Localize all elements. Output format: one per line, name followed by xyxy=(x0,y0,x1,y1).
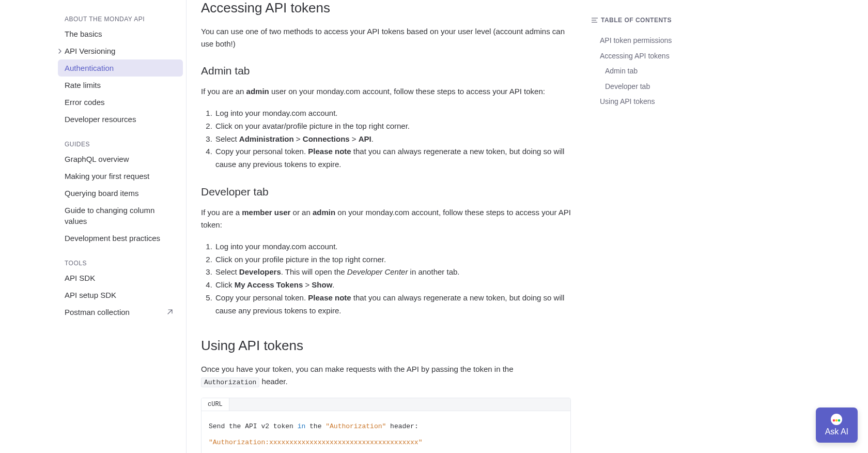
list-item: Select Developers. This will open the De… xyxy=(214,266,571,279)
list-item: Click My Access Tokens > Show. xyxy=(214,279,571,292)
toc-link-accessing-api-tokens[interactable]: Accessing API tokens xyxy=(592,49,778,64)
heading-admin-tab: Admin tab xyxy=(201,65,571,77)
list-item: Click on your profile picture in the top… xyxy=(214,253,571,266)
text-bold: Please note xyxy=(308,293,351,302)
text-bold: Show xyxy=(312,280,332,289)
text-italic: Developer Center xyxy=(347,267,408,276)
heading-using-api-tokens: Using API tokens xyxy=(201,338,571,354)
sidebar-item-api-sdk[interactable]: API SDK xyxy=(58,269,183,286)
sidebar-item-label: Developer resources xyxy=(65,114,136,125)
admin-steps-list: Log into your monday.com account. Click … xyxy=(201,107,571,171)
text: > xyxy=(294,134,303,143)
sidebar-item-error-codes[interactable]: Error codes xyxy=(58,94,183,111)
text-bold: admin xyxy=(313,208,335,217)
sidebar-item-label: API Versioning xyxy=(65,46,115,56)
sidebar-item-label: The basics xyxy=(65,28,102,39)
text-bold: member user xyxy=(242,208,290,217)
code-tabs: cURL xyxy=(202,398,570,411)
sidebar-item-the-basics[interactable]: The basics xyxy=(58,25,183,42)
sidebar-item-querying-board-items[interactable]: Querying board items xyxy=(58,185,183,202)
sidebar-item-postman-collection[interactable]: Postman collection xyxy=(58,304,183,321)
using-paragraph: Once you have your token, you can make r… xyxy=(201,363,571,388)
svg-point-5 xyxy=(838,419,841,422)
text: user on your monday.com account, follow … xyxy=(269,87,545,96)
sidebar: ABOUT THE MONDAY APIThe basicsAPI Versio… xyxy=(0,0,186,453)
text: Select xyxy=(215,134,239,143)
intro-paragraph: You can use one of two methods to access… xyxy=(201,25,571,50)
chevron-right-icon xyxy=(58,49,63,54)
code-token: in xyxy=(298,422,306,430)
main-content: Accessing API tokens You can use one of … xyxy=(186,0,592,453)
table-of-contents: TABLE OF CONTENTS API token permissionsA… xyxy=(592,0,788,453)
external-link-icon xyxy=(167,309,173,315)
text: . xyxy=(332,280,334,289)
text: . xyxy=(371,134,374,143)
sidebar-item-guide-to-changing-column-values[interactable]: Guide to changing column values xyxy=(58,202,183,230)
sidebar-item-label: API setup SDK xyxy=(65,290,116,300)
sidebar-item-developer-resources[interactable]: Developer resources xyxy=(58,111,183,128)
code-block: cURL Send the API v2 token in the "Autho… xyxy=(201,398,571,453)
sidebar-item-api-versioning[interactable]: API Versioning xyxy=(58,42,183,59)
text: Click xyxy=(215,280,235,289)
text: Copy your personal token. xyxy=(215,147,308,156)
code-token: "Authorization:xxxxxxxxxxxxxxxxxxxxxxxxx… xyxy=(209,439,422,446)
text: > xyxy=(303,280,312,289)
list-item: Log into your monday.com account. xyxy=(214,240,571,253)
dev-steps-list: Log into your monday.com account. Click … xyxy=(201,240,571,318)
sidebar-item-graphql-overview[interactable]: GraphQL overview xyxy=(58,150,183,168)
text: Copy your personal token. xyxy=(215,293,308,302)
sidebar-item-development-best-practices[interactable]: Development best practices xyxy=(58,230,183,247)
text-bold: Please note xyxy=(308,147,351,156)
sidebar-item-making-your-first-request[interactable]: Making your first request xyxy=(58,168,183,185)
text-bold: admin xyxy=(246,87,269,96)
code-content: Send the API v2 token in the "Authorizat… xyxy=(202,411,570,453)
code-token: header: xyxy=(386,422,418,430)
ask-ai-label: Ask AI xyxy=(825,427,848,436)
list-item: Click on your avatar/profile picture in … xyxy=(214,120,571,133)
sidebar-item-label: API SDK xyxy=(65,273,95,283)
sidebar-item-label: Development best practices xyxy=(65,233,160,244)
sidebar-item-label: Making your first request xyxy=(65,171,149,182)
sidebar-item-label: Error codes xyxy=(65,97,105,108)
heading-accessing-api-tokens: Accessing API tokens xyxy=(201,0,571,16)
text: If you are a xyxy=(201,208,242,217)
ask-ai-button[interactable]: Ask AI xyxy=(816,407,858,443)
toc-link-api-token-permissions[interactable]: API token permissions xyxy=(592,33,778,49)
svg-point-4 xyxy=(835,419,838,422)
inline-code: Authorization xyxy=(201,377,259,387)
toc-heading-text: TABLE OF CONTENTS xyxy=(601,17,672,24)
toc-link-developer-tab[interactable]: Developer tab xyxy=(592,79,778,95)
text: header. xyxy=(259,377,287,386)
monday-logo-icon xyxy=(831,414,842,425)
text: . This will open the xyxy=(281,267,347,276)
toc-link-using-api-tokens[interactable]: Using API tokens xyxy=(592,94,778,110)
text-bold: Developers xyxy=(239,267,281,276)
sidebar-section-heading: TOOLS xyxy=(0,257,186,269)
sidebar-item-label: GraphQL overview xyxy=(65,154,129,164)
sidebar-item-api-setup-sdk[interactable]: API setup SDK xyxy=(58,286,183,304)
text-bold: Connections xyxy=(303,134,350,143)
dev-intro: If you are a member user or an admin on … xyxy=(201,206,571,231)
sidebar-section-heading: GUIDES xyxy=(0,138,186,150)
list-item: Copy your personal token. Please note th… xyxy=(214,292,571,318)
sidebar-item-label: Authentication xyxy=(65,63,114,73)
text-bold: Administration xyxy=(239,134,294,143)
admin-intro: If you are an admin user on your monday.… xyxy=(201,85,571,98)
sidebar-item-authentication[interactable]: Authentication xyxy=(58,59,183,77)
sidebar-item-label: Rate limits xyxy=(65,80,101,90)
toc-icon xyxy=(592,18,598,23)
svg-point-3 xyxy=(833,419,835,422)
code-tab-curl[interactable]: cURL xyxy=(202,398,229,411)
text-bold: API xyxy=(359,134,371,143)
text: > xyxy=(350,134,359,143)
code-token: "Authorization" xyxy=(326,422,386,430)
toc-header: TABLE OF CONTENTS xyxy=(592,17,778,24)
sidebar-item-rate-limits[interactable]: Rate limits xyxy=(58,77,183,94)
text-bold: My Access Tokens xyxy=(235,280,303,289)
list-item: Copy your personal token. Please note th… xyxy=(214,145,571,171)
text: If you are an xyxy=(201,87,246,96)
toc-link-admin-tab[interactable]: Admin tab xyxy=(592,64,778,79)
list-item: Select Administration > Connections > AP… xyxy=(214,133,571,146)
sidebar-item-label: Postman collection xyxy=(65,307,130,318)
code-token: the xyxy=(305,422,326,430)
